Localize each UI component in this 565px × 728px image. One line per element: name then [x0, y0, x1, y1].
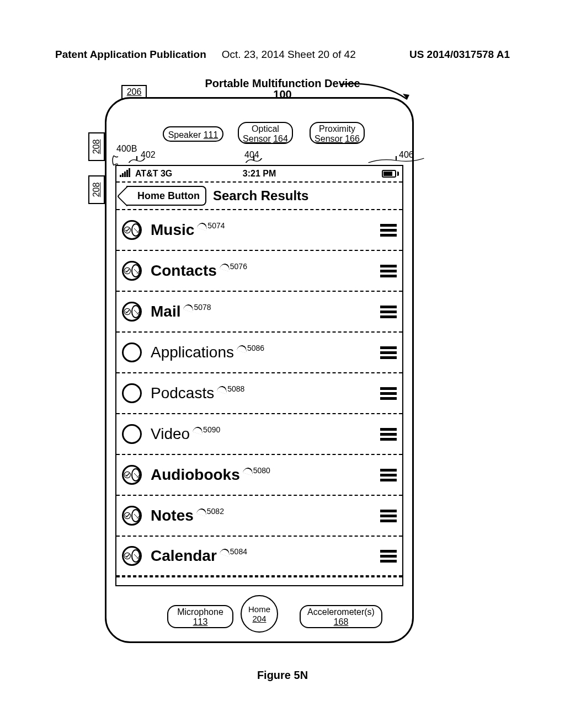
empty-circle-icon[interactable]: [122, 424, 142, 444]
list-item[interactable]: Calendar5084: [116, 536, 402, 576]
accelerometer-label: Accelerometer(s) 168: [300, 605, 382, 628]
list-item-ref: 5084: [220, 547, 247, 556]
header-pubnum: US 2014/0317578 A1: [409, 49, 510, 61]
page-title: Search Results: [213, 188, 308, 204]
list-item[interactable]: Podcasts5088: [116, 372, 402, 413]
header-publication: Patent Application Publication: [55, 49, 206, 61]
list-item[interactable]: Audiobooks5080: [116, 454, 402, 495]
list-item-label: Calendar: [151, 547, 217, 565]
list-item-ref: 5088: [217, 384, 244, 393]
nav-row: Home Button Search Results: [116, 183, 402, 209]
list-item[interactable]: Mail5078: [116, 291, 402, 331]
status-carrier: AT&T 3G: [135, 169, 172, 179]
reorder-grip-icon[interactable]: [380, 550, 397, 563]
list-item-ref: 5074: [198, 221, 225, 230]
list-item[interactable]: Notes5082: [116, 495, 402, 536]
empty-circle-icon[interactable]: [122, 342, 142, 362]
list-item-ref: 5078: [184, 303, 211, 312]
list-item-ref: 5090: [193, 425, 220, 434]
blank-row: [116, 576, 402, 590]
brace-icon: [244, 156, 264, 164]
signal-icon: [120, 168, 131, 179]
list-item-label: Podcasts: [151, 384, 214, 402]
list-item[interactable]: Applications5086: [116, 331, 402, 372]
back-button[interactable]: Home Button: [126, 186, 206, 206]
checkmark-circle-icon[interactable]: [122, 506, 142, 526]
brace-icon: [111, 156, 122, 165]
speaker-label: Speaker 111: [163, 126, 223, 142]
reorder-grip-icon[interactable]: [380, 265, 397, 277]
proximity-sensor-label: Proximity Sensor 166: [310, 122, 365, 144]
list-item-label: Mail: [151, 303, 180, 320]
reorder-grip-icon[interactable]: [380, 306, 397, 318]
empty-circle-icon[interactable]: [122, 383, 142, 403]
list-item-ref: 5076: [220, 262, 247, 271]
home-button[interactable]: Home 204: [241, 595, 278, 633]
figure-caption: Figure 5N: [55, 669, 510, 682]
brace-icon: [127, 156, 147, 164]
list-item[interactable]: Video5090: [116, 413, 402, 454]
reorder-grip-icon[interactable]: [380, 224, 397, 237]
list-item-ref: 5082: [197, 507, 224, 516]
checkmark-circle-icon[interactable]: [122, 465, 142, 485]
list-item-label: Contacts: [151, 262, 217, 280]
list-item-label: Applications: [151, 344, 234, 361]
reorder-grip-icon[interactable]: [380, 510, 397, 522]
ref-208-upper: 208: [88, 132, 105, 161]
reorder-grip-icon[interactable]: [380, 469, 397, 481]
list-item-label: Notes: [151, 507, 194, 524]
checkmark-circle-icon[interactable]: [122, 302, 142, 322]
status-time: 3:21 PM: [243, 169, 276, 179]
reorder-grip-icon[interactable]: [380, 346, 397, 359]
list-item[interactable]: Contacts5076: [116, 250, 402, 291]
screen: AT&T 3G 3:21 PM Home Button Search Resul…: [115, 165, 403, 586]
list-item-ref: 5080: [243, 466, 270, 475]
brace-icon: [366, 156, 426, 164]
ref-208-lower: 208: [88, 175, 105, 204]
list-item-ref: 5086: [237, 344, 264, 352]
ref-400b: 400B: [116, 144, 137, 154]
checkmark-circle-icon[interactable]: [122, 546, 142, 566]
list-item-label: Video: [151, 425, 190, 443]
list-item-label: Music: [151, 221, 194, 239]
reorder-grip-icon[interactable]: [380, 428, 397, 441]
list-item-label: Audiobooks: [151, 466, 240, 484]
status-bar: AT&T 3G 3:21 PM: [116, 166, 402, 183]
battery-icon: [382, 170, 399, 178]
device-outline: Speaker 111 Optical Sensor 164 Proximity…: [105, 97, 414, 643]
checkmark-circle-icon[interactable]: [122, 261, 142, 281]
list-item[interactable]: Music5074: [116, 209, 402, 250]
header-sheet: Oct. 23, 2014 Sheet 20 of 42: [222, 49, 356, 61]
microphone-label: Microphone 113: [167, 605, 233, 628]
settings-list: Music5074Contacts5076Mail5078Application…: [116, 209, 402, 576]
page-header: Patent Application Publication Oct. 23, …: [55, 49, 510, 61]
checkmark-circle-icon[interactable]: [122, 220, 142, 240]
reorder-grip-icon[interactable]: [380, 387, 397, 400]
optical-sensor-label: Optical Sensor 164: [238, 122, 293, 144]
